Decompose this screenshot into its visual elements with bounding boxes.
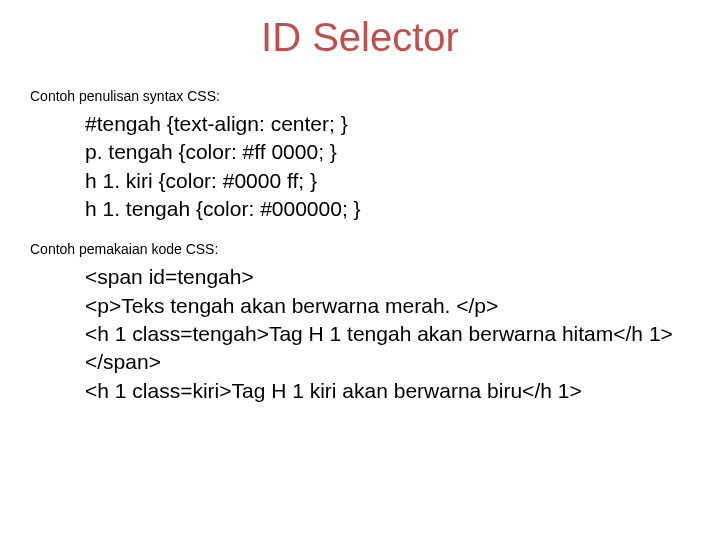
code-line: </span> <box>85 348 690 376</box>
code-line: <span id=tengah> <box>85 263 690 291</box>
section-label-syntax: Contoh penulisan syntax CSS: <box>30 88 690 104</box>
code-line: h 1. kiri {color: #0000 ff; } <box>85 167 690 195</box>
code-line: <p>Teks tengah akan berwarna merah. </p> <box>85 292 690 320</box>
html-usage-block: <span id=tengah> <p>Teks tengah akan ber… <box>85 263 690 405</box>
code-line: #tengah {text-align: center; } <box>85 110 690 138</box>
css-syntax-block: #tengah {text-align: center; } p. tengah… <box>85 110 690 223</box>
section-label-usage: Contoh pemakaian kode CSS: <box>30 241 690 257</box>
code-line: h 1. tengah {color: #000000; } <box>85 195 690 223</box>
slide-title: ID Selector <box>30 15 690 60</box>
code-line: <h 1 class=tengah>Tag H 1 tengah akan be… <box>85 320 690 348</box>
code-line: p. tengah {color: #ff 0000; } <box>85 138 690 166</box>
code-line: <h 1 class=kiri>Tag H 1 kiri akan berwar… <box>85 377 690 405</box>
